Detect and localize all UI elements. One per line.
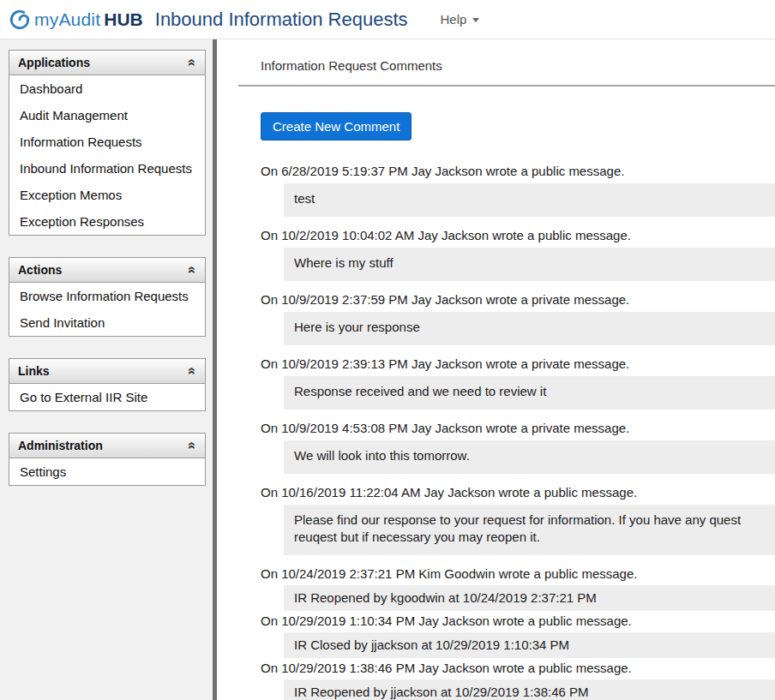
sidebar-panel-actions: Actions«Browse Information RequestsSend …: [9, 257, 206, 337]
sidebar-panel-links: Links«Go to External IIR Site: [9, 358, 206, 411]
create-new-comment-button[interactable]: Create New Comment: [261, 112, 412, 141]
chevron-down-icon: [472, 18, 479, 22]
sidebar-panel-applications: Applications«DashboardAudit ManagementIn…: [9, 50, 206, 236]
comment-item: On 10/24/2019 2:37:21 PM Kim Goodwin wro…: [238, 565, 775, 611]
comment-body: Where is my stuff: [284, 248, 775, 281]
sidebar-item-inbound-information-requests[interactable]: Inbound Information Requests: [9, 155, 205, 182]
comment-item: On 10/29/2019 1:10:34 PM Jay Jackson wro…: [238, 613, 775, 658]
comment-header: On 10/2/2019 10:04:02 AM Jay Jackson wro…: [261, 227, 775, 244]
comment-item: On 10/2/2019 10:04:02 AM Jay Jackson wro…: [238, 227, 775, 281]
sidebar-item-go-to-external-iir-site[interactable]: Go to External IIR Site: [9, 384, 205, 410]
main-content: Information Request Comments Create New …: [217, 39, 775, 700]
collapse-chevrons-icon[interactable]: «: [186, 266, 200, 274]
comment-item: On 10/29/2019 1:38:46 PM Jay Jackson wro…: [238, 660, 775, 700]
panel-title: Links: [18, 364, 50, 378]
section-divider: [238, 85, 775, 87]
panel-title: Administration: [18, 439, 103, 452]
comment-body: IR Closed by jjackson at 10/29/2019 1:10…: [284, 632, 775, 658]
collapse-chevrons-icon[interactable]: «: [186, 59, 200, 67]
panel-body: Browse Information RequestsSend Invitati…: [9, 283, 205, 336]
panel-header-links[interactable]: Links«: [9, 359, 205, 384]
sidebar-item-settings[interactable]: Settings: [9, 458, 205, 485]
panel-header-administration[interactable]: Administration«: [9, 434, 205, 458]
panel-header-actions[interactable]: Actions«: [9, 258, 205, 283]
comment-item: On 10/9/2019 4:53:08 PM Jay Jackson wrot…: [238, 420, 775, 474]
sidebar-item-information-requests[interactable]: Information Requests: [9, 129, 205, 155]
sidebar-item-audit-management[interactable]: Audit Management: [9, 102, 205, 129]
panel-title: Actions: [18, 263, 62, 277]
panel-body: DashboardAudit ManagementInformation Req…: [9, 75, 205, 235]
comments-list: On 6/28/2019 5:19:37 PM Jay Jackson wrot…: [238, 163, 775, 700]
comment-header: On 10/16/2019 11:22:04 AM Jay Jackson wr…: [261, 484, 775, 501]
panel-title: Applications: [18, 56, 90, 69]
comment-body: IR Reopened by jjackson at 10/29/2019 1:…: [284, 679, 775, 700]
comment-item: On 10/16/2019 11:22:04 AM Jay Jackson wr…: [238, 484, 775, 555]
logo-text-myaudit: myAudit: [34, 9, 100, 30]
comment-header: On 10/29/2019 1:38:46 PM Jay Jackson wro…: [261, 660, 775, 677]
sidebar-item-send-invitation[interactable]: Send Invitation: [9, 309, 205, 336]
comment-header: On 10/9/2019 4:53:08 PM Jay Jackson wrot…: [261, 420, 775, 437]
comment-header: On 10/9/2019 2:39:13 PM Jay Jackson wrot…: [261, 356, 775, 373]
comment-body: Response received and we need to review …: [284, 376, 775, 410]
swirl-logo-icon: [9, 9, 31, 31]
comment-body: IR Reopened by kgoodwin at 10/24/2019 2:…: [284, 585, 775, 611]
comment-item: On 6/28/2019 5:19:37 PM Jay Jackson wrot…: [238, 163, 775, 217]
logo-text-hub: HUB: [104, 9, 143, 30]
comment-header: On 10/24/2019 2:37:21 PM Kim Goodwin wro…: [261, 565, 775, 583]
section-title: Information Request Comments: [238, 58, 775, 73]
layout: Applications«DashboardAudit ManagementIn…: [0, 39, 775, 700]
comment-body: Here is your response: [284, 312, 775, 345]
app-logo: myAuditHUB: [9, 9, 143, 31]
panel-body: Go to External IIR Site: [9, 384, 205, 410]
sidebar-item-exception-responses[interactable]: Exception Responses: [9, 208, 205, 235]
sidebar-item-browse-information-requests[interactable]: Browse Information Requests: [9, 283, 205, 309]
comment-item: On 10/9/2019 2:39:13 PM Jay Jackson wrot…: [238, 356, 775, 410]
collapse-chevrons-icon[interactable]: «: [186, 368, 200, 375]
sidebar-panels: Applications«DashboardAudit ManagementIn…: [9, 50, 206, 486]
sidebar: Applications«DashboardAudit ManagementIn…: [0, 39, 213, 700]
collapse-chevrons-icon[interactable]: «: [186, 442, 200, 450]
sidebar-item-dashboard[interactable]: Dashboard: [9, 75, 205, 102]
comment-header: On 10/29/2019 1:10:34 PM Jay Jackson wro…: [261, 613, 775, 630]
help-menu-label: Help: [441, 12, 467, 27]
top-bar: myAuditHUB Inbound Information Requests …: [0, 0, 775, 39]
comment-body: Please find our response to your request…: [284, 505, 775, 555]
comment-body: We will look into this tomorrow.: [284, 440, 775, 474]
panel-header-applications[interactable]: Applications«: [9, 51, 205, 75]
comment-item: On 10/9/2019 2:37:59 PM Jay Jackson wrot…: [238, 291, 775, 345]
page-title: Inbound Information Requests: [155, 9, 408, 31]
panel-body: Settings: [9, 458, 205, 485]
sidebar-panel-administration: Administration«Settings: [9, 433, 206, 486]
comment-header: On 10/9/2019 2:37:59 PM Jay Jackson wrot…: [261, 291, 775, 308]
help-menu[interactable]: Help: [434, 7, 487, 32]
comment-header: On 6/28/2019 5:19:37 PM Jay Jackson wrot…: [261, 163, 775, 180]
sidebar-item-exception-memos[interactable]: Exception Memos: [9, 182, 205, 208]
comment-body: test: [284, 183, 775, 217]
